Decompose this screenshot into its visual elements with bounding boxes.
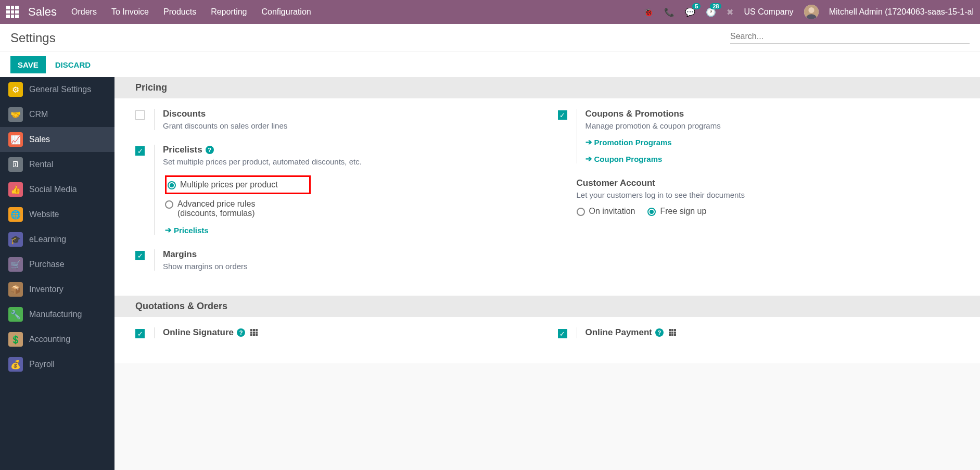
arrow-right-icon: ➔ [165,225,172,235]
sidebar-item-label: Manufacturing [29,310,82,319]
radio-multiple-prices[interactable] [168,181,176,189]
sidebar-item-label: Purchase [29,260,65,269]
margins-checkbox[interactable] [135,251,145,260]
help-icon[interactable]: ? [655,328,664,337]
discounts-checkbox[interactable] [135,110,145,120]
purchase-icon: 🛒 [8,257,23,272]
pricelists-link[interactable]: ➔ Pricelists [165,225,537,235]
sidebar-item-label: General Settings [29,85,91,94]
help-icon[interactable]: ? [237,328,245,337]
sidebar-item-sales[interactable]: 📈Sales [0,127,114,152]
radio-on-invitation[interactable] [577,208,585,216]
sidebar-item-label: eLearning [29,235,66,244]
sidebar-item-label: Rental [29,160,53,169]
sidebar-item-inventory[interactable]: 📦Inventory [0,277,114,302]
accounting-icon: 💲 [8,332,23,347]
discounts-title: Discounts [163,109,537,119]
radio-advanced-rules[interactable] [165,200,173,209]
sidebar-item-manufacturing[interactable]: 🔧Manufacturing [0,302,114,327]
coupons-checkbox[interactable] [558,110,567,120]
radio-free-signup-label: Free sign up [660,207,706,216]
sidebar-item-elearning[interactable]: 🎓eLearning [0,227,114,252]
company-grid-icon[interactable] [669,329,676,336]
sidebar-item-purchase[interactable]: 🛒Purchase [0,252,114,277]
messaging-icon[interactable]: 💬5 [685,7,695,17]
arrow-right-icon: ➔ [586,137,592,147]
section-pricing-header: Pricing [114,77,980,98]
margins-desc: Show margins on orders [163,262,537,271]
online-signature-checkbox[interactable] [135,329,145,338]
apps-menu-icon[interactable] [6,6,19,18]
manufacturing-icon: 🔧 [8,307,23,322]
user-name[interactable]: Mitchell Admin (17204063-saas-15-1-al [829,7,974,17]
sidebar-item-label: Payroll [29,360,55,369]
general-settings-icon: ⚙ [8,82,23,97]
nav-products[interactable]: Products [163,7,196,17]
arrow-right-icon: ➔ [586,154,592,163]
pricelists-desc: Set multiple prices per product, automat… [163,157,537,166]
nav-to-invoice[interactable]: To Invoice [111,7,149,17]
sales-icon: 📈 [8,132,23,147]
page-title: Settings [10,31,56,45]
coupon-programs-link[interactable]: ➔Coupon Programs [586,154,960,163]
payroll-icon: 💰 [8,357,23,372]
nav-orders[interactable]: Orders [71,7,97,17]
save-button[interactable]: SAVE [10,56,46,73]
sidebar-item-crm[interactable]: 🤝CRM [0,102,114,127]
message-badge: 5 [692,3,701,9]
activities-icon[interactable]: 🕐28 [706,7,716,17]
radio-multiple-prices-label: Multiple prices per product [180,180,278,189]
sidebar-item-label: Website [29,210,59,219]
margins-title: Margins [163,249,537,260]
rental-icon: 🗓 [8,157,23,172]
elearning-icon: 🎓 [8,232,23,247]
activity-badge: 28 [710,3,721,9]
user-avatar[interactable] [804,5,819,19]
sidebar-item-rental[interactable]: 🗓Rental [0,152,114,177]
action-bar: SAVE DISCARD [0,52,980,77]
sidebar-item-label: Sales [29,135,50,144]
social-media-icon: 👍 [8,182,23,197]
pricelists-checkbox[interactable] [135,146,145,156]
inventory-icon: 📦 [8,282,23,297]
radio-advanced-rules-label1: Advanced price rules [177,199,255,209]
discard-button[interactable]: DISCARD [55,60,91,69]
search-input[interactable] [730,32,970,41]
online-payment-checkbox[interactable] [558,329,567,338]
company-grid-icon[interactable] [250,329,258,336]
company-selector[interactable]: US Company [744,7,793,17]
help-icon[interactable]: ? [206,146,214,154]
settings-content: Pricing Discounts Grant discounts on sal… [114,77,980,470]
settings-sidebar: ⚙General Settings🤝CRM📈Sales🗓Rental👍Socia… [0,77,114,470]
crm-icon: 🤝 [8,107,23,122]
promotion-programs-link[interactable]: ➔Promotion Programs [586,137,960,147]
online-payment-title: Online Payment [586,327,652,338]
phone-icon[interactable]: 📞 [664,7,674,17]
sidebar-item-general-settings[interactable]: ⚙General Settings [0,77,114,102]
customer-account-title: Customer Account [577,178,960,188]
sidebar-item-payroll[interactable]: 💰Payroll [0,352,114,377]
nav-reporting[interactable]: Reporting [211,7,247,17]
website-icon: 🌐 [8,207,23,222]
search-container [730,32,970,44]
app-brand[interactable]: Sales [28,5,57,19]
bug-icon[interactable]: 🐞 [643,7,654,17]
sidebar-item-social-media[interactable]: 👍Social Media [0,177,114,202]
coupons-desc: Manage promotion & coupon programs [586,121,960,130]
breadcrumb-bar: Settings [0,24,980,52]
radio-on-invitation-label: On invitation [589,207,635,216]
customer-account-desc: Let your customers log in to see their d… [577,190,960,199]
tools-icon[interactable]: ✖ [727,7,733,17]
svg-point-1 [808,7,814,13]
sidebar-item-label: CRM [29,110,48,119]
radio-free-signup[interactable] [647,208,656,216]
top-navbar: Sales Orders To Invoice Products Reporti… [0,0,980,24]
nav-configuration[interactable]: Configuration [262,7,311,17]
highlighted-option: Multiple prices per product [165,175,311,194]
sidebar-item-website[interactable]: 🌐Website [0,202,114,227]
coupons-title: Coupons & Promotions [586,109,960,119]
online-signature-title: Online Signature [163,327,234,338]
sidebar-item-accounting[interactable]: 💲Accounting [0,327,114,352]
sidebar-item-label: Accounting [29,335,70,344]
radio-advanced-rules-label2: (discounts, formulas) [177,209,255,218]
